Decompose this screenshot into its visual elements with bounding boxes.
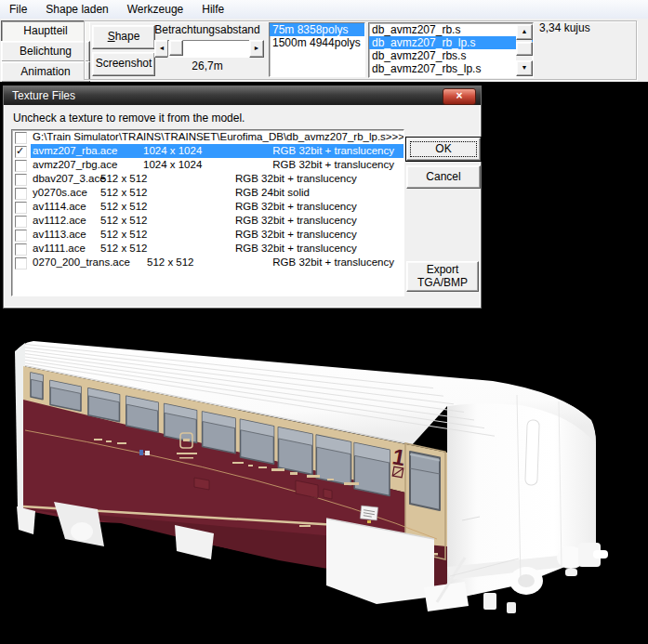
scroll-up-icon[interactable]: ▲ [516,24,533,40]
tab-hauptteil[interactable]: Hauptteil [1,20,90,42]
slider-right-arrow-icon[interactable]: ► [249,40,264,58]
menu-bar: FileShape ladenWerkzeugeHilfe [0,0,648,20]
slider-thumb[interactable] [169,40,183,56]
texture-row[interactable]: G:\Train Simulator\TRAINS\TRAINSET\Eurof… [12,130,403,144]
texture-checkbox[interactable] [15,257,27,269]
texture-row[interactable]: av1114.ace512 x 512RGB 32bit + transluce… [12,200,403,214]
texture-size: 512 x 512 [100,242,148,256]
dialog-titlebar[interactable]: Texture Files [4,86,481,105]
texture-row[interactable]: dbav207_3.ace512 x 512RGB 32bit + transl… [12,172,403,186]
texture-size: 1024 x 1024 [143,144,202,158]
train-model: 1 [0,341,608,644]
texture-name: avmz207_rbg.ace [33,158,117,172]
texture-size: 512 x 512 [100,228,148,242]
texture-row[interactable]: avmz207_rbg.ace1024 x 1024RGB 32bit + tr… [12,158,403,172]
tab-animation[interactable]: Animation [1,61,90,83]
shape-laden-button[interactable]: Shape laden [92,25,155,49]
shape-list-scrollbar[interactable]: ▲ ▼ [516,24,532,76]
texture-format: RGB 32bit + translucency [272,144,394,158]
scroll-thumb[interactable] [516,42,533,56]
ok-button[interactable]: OK [406,138,481,161]
toolbar: HauptteilBelichtungAnimation Shape laden… [0,19,648,82]
texture-checkbox[interactable] [15,243,27,256]
shape-listbox[interactable]: db_avmz207_rb.sdb_avmz207_rb_lp.sdb_avmz… [368,22,534,78]
texture-row[interactable]: ✓avmz207_rba.ace1024 x 1024RGB 32bit + t… [12,144,403,158]
menu-item-werkzeuge[interactable]: Werkzeuge [118,1,192,18]
scroll-down-icon[interactable]: ▼ [516,60,533,76]
texture-name: av1111.ace [33,242,86,256]
texture-row[interactable]: av1112.ace512 x 512RGB 32bit + transluce… [12,214,403,228]
texture-checkbox[interactable] [15,132,27,144]
texture-name: G:\Train Simulator\TRAINS\TRAINSET\Eurof… [33,130,404,144]
texture-checkbox[interactable] [15,216,27,228]
distance-value: 26,7m [152,59,263,72]
tab-belichtung[interactable]: Belichtung [1,41,90,62]
texture-name: y0270s.ace [33,186,87,200]
texture-row[interactable]: av1113.ace512 x 512RGB 32bit + transluce… [12,228,403,242]
export-button[interactable]: Export TGA/BMP [406,261,479,292]
shape-list-item[interactable]: db_avmz207_rb.s [369,23,533,36]
texture-name: dbav207_3.ace [33,172,106,186]
texture-row[interactable]: av1111.ace512 x 512RGB 32bit + transluce… [12,242,403,256]
screenshot-button[interactable]: Screenshot [92,52,155,76]
app-window: FileShape ladenWerkzeugeHilfe HauptteilB… [0,0,648,644]
texture-format: RGB 32bit + translucency [235,228,357,242]
lod-listbox[interactable]: 75m 8358polys1500m 4944polys [269,22,365,77]
texture-row[interactable]: 0270_200_trans.ace512 x 512RGB 32bit + t… [12,256,403,269]
texture-size: 1024 x 1024 [143,158,202,172]
texture-format: RGB 32bit + translucency [272,158,394,172]
texture-format: RGB 32bit + translucency [235,200,357,214]
texture-name: 0270_200_trans.ace [33,256,130,269]
texture-name: av1114.ace [33,200,86,214]
texture-checkbox[interactable]: ✓ [15,146,27,158]
close-icon[interactable]: × [443,88,476,105]
texture-checkbox[interactable] [15,174,27,186]
texture-checkbox[interactable] [15,160,27,172]
texture-name: avmz207_rba.ace [33,144,117,158]
counter-readout: 3,34 kujus [539,21,590,34]
menu-item-hilfe[interactable]: Hilfe [192,1,233,18]
texture-format: RGB 32bit + translucency [235,214,357,228]
texture-files-dialog: Texture Files × Uncheck a texture to rem… [3,85,482,309]
texture-size: 512 x 512 [100,172,148,186]
texture-format: RGB 32bit + translucency [272,256,394,269]
dialog-instruction: Uncheck a texture to remove it from the … [13,112,245,125]
shape-list-item[interactable]: db_avmz207_rbs.s [369,49,533,62]
texture-name: av1113.ace [33,228,86,242]
texture-format: RGB 24bit solid [235,186,310,200]
texture-name: av1112.ace [33,214,86,228]
menu-item-file[interactable]: File [0,1,36,18]
texture-size: 512 x 512 [147,256,194,269]
texture-size: 512 x 512 [100,214,148,228]
texture-size: 512 x 512 [100,200,148,214]
shape-list-item[interactable]: db_avmz207_rbs_lp.s [369,62,533,75]
dialog-body: Uncheck a texture to remove it from the … [4,105,481,308]
menu-item-shape-laden[interactable]: Shape laden [36,1,117,18]
cancel-button[interactable]: Cancel [406,165,481,189]
texture-checkbox[interactable] [15,202,27,214]
texture-checkbox[interactable] [15,188,27,200]
texture-size: 512 x 512 [100,186,148,200]
lod-list-item[interactable]: 1500m 4944polys [270,36,364,49]
texture-format: RGB 32bit + translucency [235,172,357,186]
distance-slider[interactable]: ◄ ► [154,40,262,56]
texture-list[interactable]: G:\Train Simulator\TRAINS\TRAINSET\Eurof… [11,129,404,296]
distance-label: Betrachtungsabstand [152,23,263,36]
dialog-title: Texture Files [12,89,75,102]
texture-format: RGB 32bit + translucency [235,242,357,256]
texture-checkbox[interactable] [15,230,27,242]
lod-list-item[interactable]: 75m 8358polys [270,23,364,36]
shape-list-item[interactable]: db_avmz207_rb_lp.s [369,36,533,49]
texture-row[interactable]: y0270s.ace512 x 512RGB 24bit solid [12,186,403,200]
